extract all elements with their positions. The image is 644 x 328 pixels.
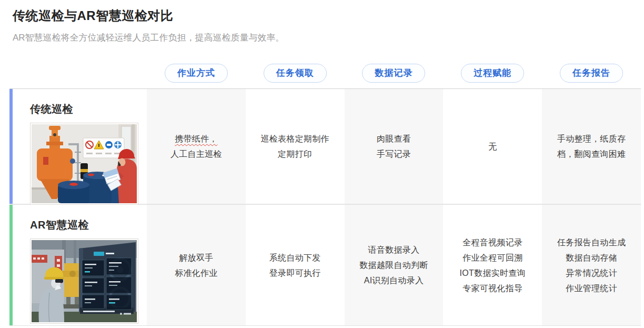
- comparison-table: 传统巡检: [9, 88, 641, 326]
- cell-traditional-data-record: 肉眼查看 手写记录: [345, 89, 444, 204]
- cell-traditional-work-method: 携带纸件， 人工自主巡检: [147, 89, 246, 204]
- table-row-ar: AR智慧巡检: [9, 205, 641, 325]
- cell-ar-process-enable: 全程音视频记录 作业全程可回溯 IOT数据实时查询 专家可视化指导: [443, 205, 542, 325]
- table-row-traditional: 传统巡检: [9, 89, 641, 204]
- traditional-inspection-photo: [30, 123, 138, 205]
- cell-traditional-task-claim: 巡检表格定期制作 定期打印: [246, 89, 345, 204]
- row-title-traditional: 传统巡检: [30, 102, 147, 116]
- worker-paper-inspection-illustration: [32, 124, 137, 203]
- worker-ar-screen-illustration: [32, 240, 137, 322]
- cell-ar-work-method: 解放双手 标准化作业: [147, 205, 246, 325]
- row-label-cell-traditional: 传统巡检: [13, 89, 147, 204]
- cell-ar-task-report: 任务报告自动生成 数据自动存储 异常情况统计 作业管理统计: [542, 205, 641, 325]
- cell-traditional-process-enable: 无: [443, 89, 542, 204]
- cell-ar-task-claim: 系统自动下发 登录即可执行: [246, 205, 345, 325]
- cell-traditional-task-report: 手动整理，纸质存 档，翻阅查询困难: [542, 89, 641, 204]
- cell-ar-data-record: 语音数据录入 数据越限自动判断 AI识别自动录入: [345, 205, 444, 325]
- column-pill-task-report[interactable]: 任务报告: [560, 64, 623, 83]
- column-pill-data-record[interactable]: 数据记录: [362, 64, 425, 83]
- column-pill-process-enable[interactable]: 过程赋能: [461, 64, 524, 83]
- row-label-cell-ar: AR智慧巡检: [13, 205, 147, 325]
- row-title-ar: AR智慧巡检: [30, 218, 147, 232]
- column-header-row: 作业方式 任务领取 数据记录 过程赋能 任务报告: [9, 64, 641, 83]
- comparison-section: 传统巡检与AR智慧巡检对比 AR智慧巡检将全方位减轻运维人员工作负担，提高巡检质…: [0, 0, 644, 326]
- page-subtitle: AR智慧巡检将全方位减轻运维人员工作负担，提高巡检质量与效率。: [13, 32, 644, 44]
- page-title: 传统巡检与AR智慧巡检对比: [13, 7, 644, 24]
- column-pill-work-method[interactable]: 作业方式: [165, 64, 228, 83]
- ar-inspection-photo: [30, 238, 138, 324]
- column-pill-task-claim[interactable]: 任务领取: [264, 64, 327, 83]
